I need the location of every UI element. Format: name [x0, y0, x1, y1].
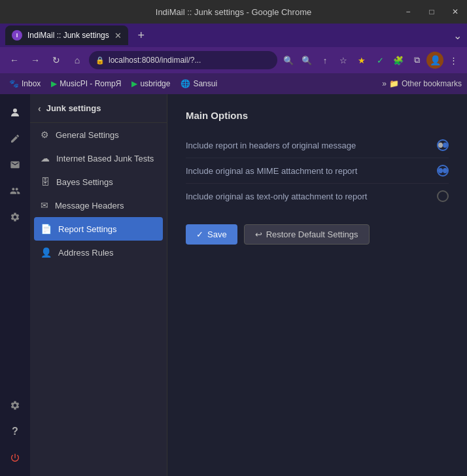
extension-yellow-button[interactable]: ★ — [353, 52, 370, 69]
puzzle-button[interactable]: 🧩 — [390, 52, 407, 69]
bookmarks-more[interactable]: » 📁 Other bookmarks — [382, 79, 462, 88]
bookmark-inbox-label: Inbox — [22, 79, 41, 88]
sidebar-icon-help[interactable]: ? — [3, 420, 27, 443]
option-label-headers: Include report in headers of original me… — [186, 141, 356, 150]
sidebar-item-report-settings[interactable]: 📄 Report Settings — [34, 217, 163, 241]
bookmarks-bar: 🐾 Inbox ▶ MusicPI - RompЯ ▶ usbridge 🌐 S… — [0, 73, 467, 94]
bayes-icon: 🗄 — [41, 177, 50, 187]
maximize-button[interactable]: □ — [420, 0, 443, 24]
sidebar-back-button[interactable]: ‹ — [38, 103, 41, 114]
sidebar-item-address-rules[interactable]: 👤 Address Rules — [30, 241, 167, 264]
other-bookmarks-label: Other bookmarks — [402, 79, 462, 88]
address-bar[interactable]: 🔒 localhost:8080/indimail/?... — [89, 51, 277, 69]
sidebar-item-internet-junk[interactable]: ☁ Internet Based Junk Tests — [30, 146, 167, 170]
tab-close-button[interactable]: ✕ — [114, 31, 122, 41]
tab-bar: I IndiMail :: Junk settings ✕ + ⌄ — [0, 24, 467, 47]
internet-junk-label: Internet Based Junk Tests — [56, 154, 154, 163]
close-button[interactable]: ✕ — [443, 0, 467, 24]
sidebar-header: ‹ Junk settings — [30, 94, 167, 123]
extension-green-button[interactable]: ✓ — [372, 52, 389, 69]
tabs-button[interactable]: ⧉ — [408, 52, 425, 69]
option-label-mime: Include original as MIME attachment to r… — [186, 166, 357, 176]
minimize-button[interactable]: − — [396, 0, 420, 24]
section-title: Main Options — [186, 110, 449, 121]
radio-text[interactable] — [437, 190, 449, 202]
option-row-text: Include original as text-only attachment… — [186, 184, 449, 209]
sidebar-icon-compose[interactable] — [3, 127, 27, 150]
bookmark-usbridge[interactable]: ▶ usbridge — [128, 78, 174, 90]
bookmark-sansui-label: Sansui — [193, 79, 217, 88]
address-rules-icon: 👤 — [41, 247, 52, 258]
app-container: ? ‹ Junk settings ⚙ General Settings ☁ I… — [0, 94, 467, 476]
sidebar-title: Junk settings — [46, 103, 101, 113]
bookmark-musicpi-icon: ▶ — [51, 79, 57, 88]
report-settings-label: Report Settings — [58, 224, 117, 234]
forward-button[interactable]: → — [26, 51, 44, 69]
sidebar-icon-power[interactable] — [3, 446, 27, 469]
sidebar-icon-gear[interactable] — [3, 394, 27, 417]
main-content: Main Options Include report in headers o… — [167, 94, 467, 476]
bookmark-sansui[interactable]: 🌐 Sansui — [177, 78, 221, 90]
address-rules-label: Address Rules — [58, 248, 114, 258]
new-tab-button[interactable]: + — [132, 26, 150, 44]
icon-sidebar-bottom: ? — [3, 394, 27, 476]
report-settings-icon: 📄 — [41, 224, 52, 234]
save-button[interactable]: ✓ Save — [186, 224, 237, 245]
bookmark-sansui-icon: 🌐 — [181, 79, 190, 88]
general-settings-icon: ⚙ — [41, 129, 49, 140]
sidebar-icon-contacts[interactable] — [3, 179, 27, 203]
option-label-text: Include original as text-only attachment… — [186, 192, 367, 201]
restore-label: Restore Default Settings — [266, 230, 358, 239]
window-title: IndiMail :: Junk settings - Google Chrom… — [156, 7, 311, 17]
sidebar-icon-mail[interactable] — [3, 153, 27, 177]
save-icon: ✓ — [196, 230, 203, 239]
window-controls: − □ ✕ — [396, 0, 467, 24]
sidebar-item-general-settings[interactable]: ⚙ General Settings — [30, 123, 167, 146]
bookmark-musicpi[interactable]: ▶ MusicPI - RompЯ — [47, 78, 125, 90]
share-button[interactable]: ↑ — [317, 52, 334, 69]
radio-headers[interactable] — [437, 139, 449, 151]
tab-favicon: I — [12, 30, 22, 41]
nav-sidebar: ‹ Junk settings ⚙ General Settings ☁ Int… — [30, 94, 167, 476]
tab-label: IndiMail :: Junk settings — [27, 31, 109, 40]
folder-icon: 📁 — [389, 79, 399, 88]
browser-tab[interactable]: I IndiMail :: Junk settings ✕ — [5, 26, 128, 45]
icon-sidebar: ? — [0, 94, 30, 476]
nav-actions: 🔍 🔍 ↑ ☆ ★ ✓ 🧩 ⧉ 👤 ⋮ — [280, 52, 462, 69]
message-headers-label: Message Headers — [55, 201, 124, 211]
restore-button[interactable]: ↩ Restore Default Settings — [244, 224, 370, 245]
bookmark-button[interactable]: ☆ — [335, 52, 352, 69]
more-button[interactable]: ⋮ — [445, 52, 462, 69]
search-button[interactable]: 🔍 — [280, 52, 297, 69]
reload-button[interactable]: ↻ — [47, 51, 65, 69]
sidebar-item-bayes-settings[interactable]: 🗄 Bayes Settings — [30, 170, 167, 194]
radio-mime[interactable] — [437, 165, 449, 177]
profile-icon[interactable]: 👤 — [426, 52, 443, 69]
message-headers-icon: ✉ — [41, 200, 48, 211]
back-button[interactable]: ← — [5, 51, 24, 69]
bookmark-inbox-icon: 🐾 — [9, 79, 19, 88]
url-text: localhost:8080/indimail/?... — [109, 56, 201, 65]
sidebar-item-message-headers[interactable]: ✉ Message Headers — [30, 194, 167, 217]
more-label: » — [382, 79, 387, 88]
restore-icon: ↩ — [255, 230, 262, 239]
bookmark-inbox[interactable]: 🐾 Inbox — [5, 78, 44, 90]
lock-icon: 🔒 — [95, 56, 105, 65]
home-button[interactable]: ⌂ — [68, 51, 86, 69]
bookmark-musicpi-label: MusicPI - RompЯ — [60, 79, 121, 88]
sidebar-icon-avatar[interactable] — [3, 101, 27, 124]
internet-junk-icon: ☁ — [41, 153, 50, 163]
svg-point-0 — [13, 109, 17, 112]
bookmark-usbridge-label: usbridge — [140, 79, 170, 88]
bayes-label: Bayes Settings — [56, 177, 113, 187]
nav-bar: ← → ↻ ⌂ 🔒 localhost:8080/indimail/?... 🔍… — [0, 47, 467, 73]
sidebar-icon-settings[interactable] — [3, 205, 27, 229]
zoom-button[interactable]: 🔍 — [298, 52, 315, 69]
action-buttons: ✓ Save ↩ Restore Default Settings — [186, 224, 449, 245]
tab-expand-button[interactable]: ⌄ — [453, 29, 462, 42]
option-row-headers: Include report in headers of original me… — [186, 133, 449, 158]
title-bar: IndiMail :: Junk settings - Google Chrom… — [0, 0, 467, 24]
option-row-mime: Include original as MIME attachment to r… — [186, 158, 449, 184]
save-label: Save — [207, 230, 227, 239]
general-settings-label: General Settings — [56, 130, 119, 140]
